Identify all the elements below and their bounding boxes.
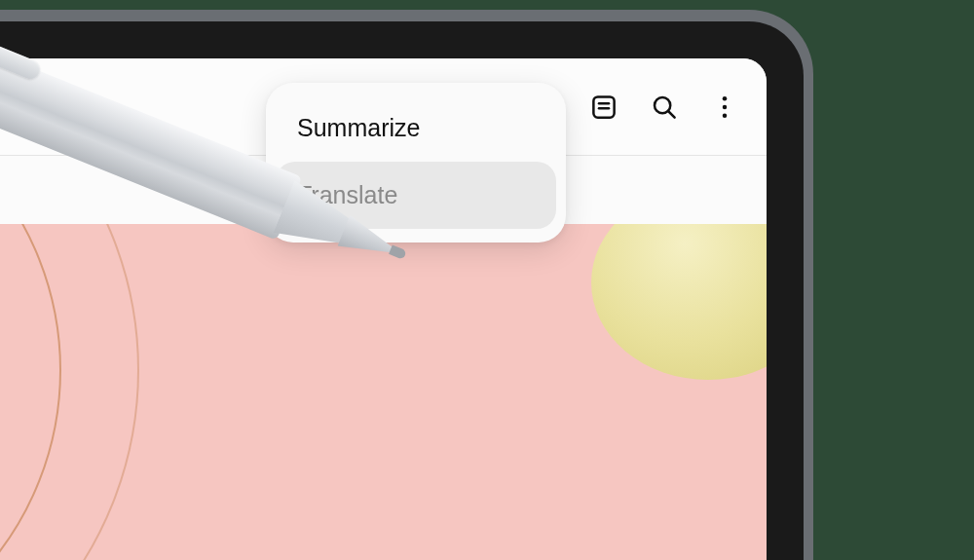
search-icon[interactable]	[648, 91, 681, 124]
decorative-food-item	[591, 224, 767, 380]
stylus-tip-cone	[337, 215, 400, 267]
svg-point-6	[723, 96, 728, 101]
stylus-nib	[389, 245, 407, 260]
svg-line-5	[668, 111, 675, 118]
marketing-stage: ES Summarize Translate	[0, 0, 974, 560]
list-panel-icon[interactable]	[587, 91, 620, 124]
svg-point-7	[723, 104, 728, 109]
more-vertical-icon[interactable]	[708, 91, 741, 124]
decorative-ring	[0, 224, 139, 560]
svg-point-8	[723, 113, 728, 118]
